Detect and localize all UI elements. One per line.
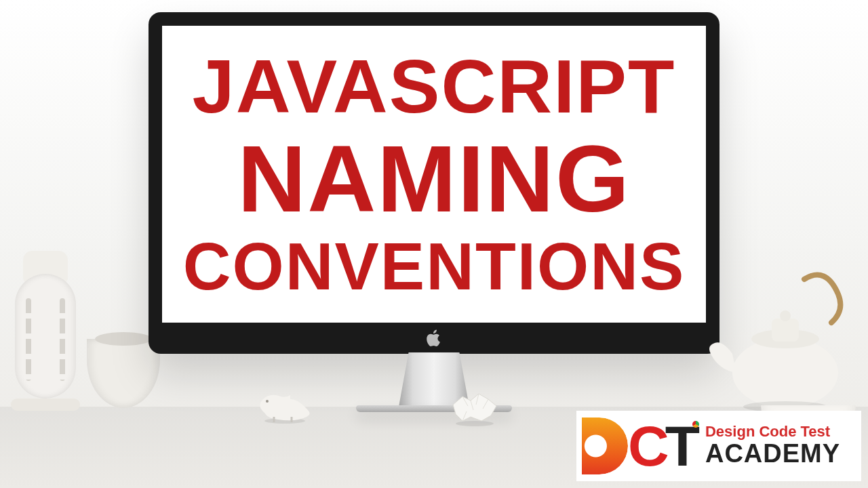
bird-figurine-decor — [251, 383, 319, 424]
logo-letter-d — [582, 418, 628, 474]
lantern-decor — [8, 251, 83, 411]
headline-line-1: JAVASCRIPT — [193, 49, 676, 125]
svg-point-6 — [780, 310, 791, 321]
apple-logo-icon — [427, 329, 441, 347]
svg-point-1 — [266, 400, 269, 403]
logo-letter-t: T — [665, 418, 697, 474]
dct-initials: C T — [582, 418, 697, 474]
logo-letter-c: C — [628, 418, 667, 474]
headline-line-2: NAMING — [237, 131, 631, 226]
svg-rect-5 — [772, 319, 799, 342]
svg-point-2 — [456, 421, 494, 426]
brand-name: ACADEMY — [705, 440, 840, 468]
teapot-decor — [705, 271, 854, 413]
imac-monitor: JAVASCRIPT NAMING CONVENTIONS — [149, 12, 719, 354]
crumpled-paper-decor — [448, 390, 502, 427]
monitor-screen: JAVASCRIPT NAMING CONVENTIONS — [162, 26, 706, 323]
dct-academy-logo: C T Design Code Test ACADEMY — [576, 411, 861, 481]
headline-line-3: CONVENTIONS — [183, 233, 686, 300]
brand-tagline: Design Code Test — [705, 424, 840, 440]
